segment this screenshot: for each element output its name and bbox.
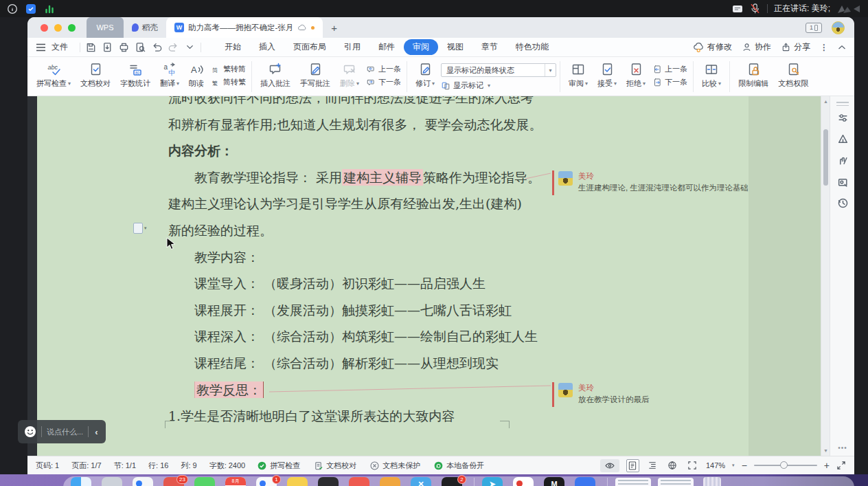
spellcheck-button[interactable]: abc拼写检查▾ — [32, 59, 76, 90]
side-by-side-icon[interactable]: 1 — [806, 23, 822, 33]
dock-app-app-orange[interactable] — [380, 477, 400, 486]
web-view-button[interactable] — [666, 459, 679, 472]
status-field[interactable]: 页面: 1/7 — [71, 461, 101, 471]
status-field[interactable]: 列: 9 — [181, 461, 196, 471]
more-menu-icon[interactable]: ⋮ — [820, 43, 828, 52]
margin-options-icon[interactable]: ▾ — [133, 222, 151, 234]
collaborate-button[interactable]: 协作 — [742, 41, 771, 53]
status-toggle-拼写检查[interactable]: 拼写检查 — [258, 461, 300, 471]
track-changes-button[interactable]: 修订▾ — [411, 59, 439, 90]
ribbon-tab-页面布局[interactable]: 页面布局 — [284, 39, 335, 55]
export-icon[interactable] — [102, 41, 113, 53]
share-button[interactable]: 分享 — [781, 41, 810, 53]
minimize-window-button[interactable] — [54, 24, 62, 32]
zoom-window-button[interactable] — [68, 24, 76, 32]
minimized-window-preview[interactable] — [615, 478, 651, 486]
dock-app-app-white-red[interactable] — [513, 477, 534, 486]
zoom-in-button[interactable]: + — [824, 462, 830, 469]
next-change-button[interactable]: 下一条 — [652, 77, 687, 87]
status-toggle-文档校对[interactable]: 文档校对 — [314, 461, 356, 471]
eye-protection-button[interactable] — [600, 459, 619, 472]
print-icon[interactable] — [118, 41, 130, 53]
previous-comment-button[interactable]: 上一条 — [366, 64, 401, 74]
wordcount-button[interactable]: 80字数统计 — [115, 59, 155, 90]
zoom-slider[interactable] — [754, 465, 817, 466]
ribbon-tab-引用[interactable]: 引用 — [335, 39, 369, 55]
mic-muted-icon[interactable] — [749, 3, 761, 14]
ribbon-tab-视图[interactable]: 视图 — [438, 39, 472, 55]
dock-app-app-store[interactable]: 23 — [163, 477, 184, 486]
zoom-dropdown-icon[interactable]: ▾ — [732, 463, 735, 468]
hamburger-menu-icon[interactable] — [36, 43, 46, 52]
dock-app-notes[interactable] — [287, 477, 308, 486]
status-field[interactable]: 节: 1/1 — [114, 461, 136, 471]
ribbon-tab-插入[interactable]: 插入 — [250, 39, 284, 55]
dock-app-app-red[interactable] — [349, 477, 369, 486]
info-icon[interactable] — [7, 3, 18, 14]
markup-state-dropdown[interactable]: 显示标记的最终状态 ▾ — [441, 63, 556, 77]
tray-icon[interactable] — [732, 3, 743, 14]
compare-button[interactable]: 比较▾ — [697, 59, 726, 90]
tab-document[interactable]: W 助力高考——拥抱不确定-张月 — [166, 17, 323, 38]
restrict-editing-button[interactable]: 限制编辑 — [733, 59, 773, 90]
reject-button[interactable]: 拒绝▾ — [621, 59, 650, 90]
chat-input[interactable]: 说点什么... — [47, 427, 83, 437]
ribbon-tab-章节[interactable]: 章节 — [472, 39, 507, 55]
menu-file[interactable]: 文件 — [52, 41, 68, 53]
trad-to-simp-button[interactable]: 简繁转简 — [211, 64, 246, 74]
preview-icon[interactable] — [135, 41, 146, 53]
dock-app-reminders[interactable]: 1 — [256, 477, 277, 486]
dock-app-launchpad[interactable] — [102, 477, 122, 486]
delete-comment-button[interactable]: 删除▾ — [335, 59, 364, 90]
dock-app-telegram[interactable]: ➤ — [482, 477, 503, 486]
fullscreen-view-button[interactable] — [686, 459, 699, 472]
status-toggle-文档未保护[interactable]: 文档未保护 — [370, 461, 420, 471]
simp-to-trad-button[interactable]: 繁简转繁 — [211, 77, 246, 87]
accept-button[interactable]: 接受▾ — [593, 59, 621, 90]
status-field[interactable]: 字数: 2400 — [209, 461, 246, 471]
next-comment-button[interactable]: 下一条 — [366, 77, 401, 87]
review-pane-button[interactable]: 审阅▾ — [564, 59, 593, 90]
scrollbar-thumb[interactable] — [823, 129, 828, 186]
read-aloud-button[interactable]: A朗读 — [184, 59, 209, 90]
comment-card[interactable]: 美玲 放在教学设计的最后 — [552, 381, 779, 410]
history-icon[interactable] — [830, 193, 854, 212]
dock-app-finder[interactable] — [71, 477, 91, 486]
comment-card[interactable]: 美玲 生涯建构理论, 生涯混沌理论都可以作为理论基础 — [552, 169, 779, 198]
insert-comment-button[interactable]: 插入批注 — [255, 59, 295, 90]
redo-icon[interactable] — [168, 41, 179, 53]
outline-view-button[interactable] — [646, 459, 659, 472]
status-field[interactable]: 页码: 1 — [36, 461, 59, 471]
dock-app-calendar[interactable]: 8月 — [225, 477, 246, 486]
status-toggle-本地备份开[interactable]: 本地备份开 — [434, 461, 484, 471]
minimized-window-preview[interactable] — [658, 478, 694, 486]
assistant-icon[interactable] — [830, 129, 854, 148]
dock-app-wechat[interactable] — [194, 477, 215, 486]
ribbon-tab-开始[interactable]: 开始 — [216, 39, 250, 55]
previous-change-button[interactable]: 上一条 — [652, 64, 687, 74]
modified-status[interactable]: 有修改 — [693, 41, 732, 53]
panel-drag-handle[interactable] — [836, 102, 849, 106]
shield-icon[interactable] — [25, 3, 36, 14]
zoom-level[interactable]: 147% — [706, 461, 725, 470]
ink-comment-button[interactable]: 手写批注 — [295, 59, 335, 90]
user-avatar[interactable] — [832, 21, 845, 34]
page-view-button[interactable] — [626, 459, 639, 472]
show-markup-button[interactable]: 显示标记 ▾ — [441, 80, 556, 91]
ribbon-tab-审阅[interactable]: 审阅 — [404, 39, 438, 55]
collapse-ribbon-icon[interactable] — [838, 45, 846, 50]
document-canvas[interactable]: 流时收获同伴不同的想法，而同伴的想法度促进学生的深入思考和辨析有显著作用;也知道… — [27, 96, 854, 456]
zoom-slider-knob[interactable] — [780, 461, 788, 469]
dock-app-app-dark[interactable] — [318, 477, 339, 486]
more-icon[interactable] — [184, 41, 196, 53]
ribbon-tab-邮件[interactable]: 邮件 — [369, 39, 404, 55]
save-icon[interactable] — [85, 41, 97, 53]
tab-wps-home[interactable]: WPS — [87, 17, 124, 38]
status-field[interactable]: 行: 16 — [148, 461, 168, 471]
adjust-icon[interactable] — [830, 108, 854, 127]
seal-icon[interactable] — [830, 172, 854, 191]
emoji-icon[interactable] — [24, 426, 36, 438]
panel-more-button[interactable]: ••• — [830, 444, 854, 452]
handwrite-icon[interactable] — [830, 151, 854, 170]
document-permission-button[interactable]: 文档权限 — [773, 59, 813, 90]
